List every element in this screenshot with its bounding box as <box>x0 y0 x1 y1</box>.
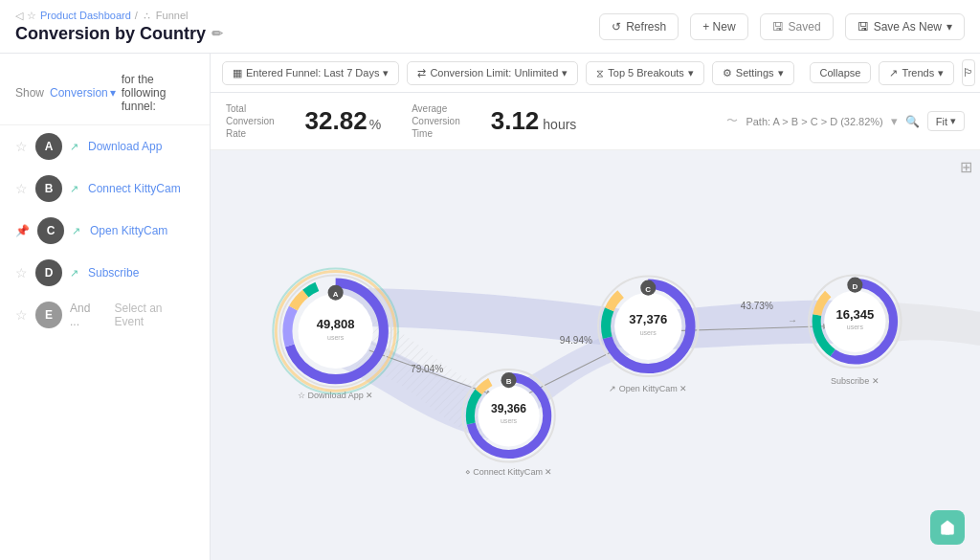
svg-text:C: C <box>645 285 651 294</box>
show-value[interactable]: Conversion ▾ <box>50 86 116 100</box>
chevron-down-icon: ▾ <box>562 67 568 79</box>
refresh-icon: ↺ <box>612 20 621 34</box>
svg-text:A: A <box>333 290 339 299</box>
step-item-b[interactable]: ☆ B ↗ Connect KittyCam <box>0 168 210 210</box>
save-as-new-button[interactable]: 🖫 Save As New ▾ <box>845 13 965 40</box>
svg-text:39,366: 39,366 <box>491 402 526 415</box>
step-select-event[interactable]: Select an Event <box>114 302 194 328</box>
path-label: Path: A > B > C > D (32.82%) <box>746 116 882 127</box>
step-name-c: Open KittyCam <box>90 224 167 237</box>
avg-conversion-value: 3.12 <box>491 106 540 136</box>
fit-button[interactable]: Fit ▾ <box>927 111 965 131</box>
breadcrumb-sep: / <box>135 10 138 21</box>
star-icon-e[interactable]: ☆ <box>15 307 28 323</box>
svg-text:→: → <box>788 315 797 325</box>
header-left: ◁ ☆ Product Dashboard / ⛬ Funnel Convers… <box>15 10 223 44</box>
step-item-d[interactable]: ☆ D ↗ Subscribe <box>0 252 210 294</box>
step-item-a[interactable]: ☆ A ↗ Download App <box>0 125 210 168</box>
refresh-button[interactable]: ↺ Refresh <box>599 13 679 40</box>
path-icon: 〜 <box>726 113 738 129</box>
avg-conversion-label: AverageConversionTime <box>412 102 460 140</box>
avg-conversion-time-stat: AverageConversionTime <box>412 102 460 140</box>
step-name-d: Subscribe <box>88 266 139 280</box>
step-item-c[interactable]: 📌 C ↗ Open KittyCam <box>0 210 210 252</box>
collapse-button[interactable]: Collapse <box>810 62 872 83</box>
edit-icon[interactable]: ✏ <box>212 26 223 41</box>
step-and-label: And ... <box>70 302 102 328</box>
star-icon-a[interactable]: ☆ <box>15 139 28 154</box>
breadcrumb-funnel: Funnel <box>156 10 189 21</box>
svg-text:users: users <box>327 334 345 341</box>
svg-text:D: D <box>852 282 858 291</box>
step-circle-d: D <box>35 259 62 286</box>
chevron-down-icon: ▾ <box>110 86 116 100</box>
step-item-e[interactable]: ☆ E And ... Select an Event <box>0 294 210 336</box>
step-circle-e: E <box>35 302 62 328</box>
step-name-a: Download App <box>88 140 162 153</box>
funnel-svg: 79.04% 94.94% 43.73% → <box>211 150 980 560</box>
header-right: ↺ Refresh + New 🖫 Saved 🖫 Save As New ▾ <box>599 13 965 40</box>
toolbar: ▦ Entered Funnel: Last 7 Days ▾ ⇄ Conver… <box>211 54 980 93</box>
svg-text:users: users <box>847 324 864 330</box>
avg-conversion-unit: hours <box>543 117 576 132</box>
funnel-steps-sidebar: Show Conversion ▾ for the following funn… <box>0 54 211 560</box>
grid-icon[interactable]: ⊞ <box>960 158 972 176</box>
trend-icon-c: ↗ <box>72 225 80 237</box>
total-conversion-unit: % <box>369 117 381 132</box>
save-icon: 🖫 <box>772 20 784 34</box>
path-info: 〜 Path: A > B > C > D (32.82%) ▾ 🔍 Fit ▾ <box>726 111 965 131</box>
breadcrumb-product-dashboard[interactable]: Product Dashboard <box>40 10 131 21</box>
svg-text:users: users <box>501 417 518 424</box>
svg-text:49,808: 49,808 <box>317 317 355 331</box>
filter-icon: ⧖ <box>596 67 604 79</box>
chevron-down-icon: ▾ <box>891 114 898 128</box>
main-content: Show Conversion ▾ for the following funn… <box>0 54 980 560</box>
chevron-down-icon: ▾ <box>938 67 944 79</box>
total-conversion-rate-stat: TotalConversionRate <box>226 102 275 140</box>
svg-point-10 <box>298 294 372 369</box>
flag-button[interactable]: 🏳 <box>962 59 975 86</box>
top-breakouts-button[interactable]: ⧖ Top 5 Breakouts ▾ <box>586 61 704 85</box>
for-following-text: for the following funnel: <box>122 73 194 113</box>
fab-button[interactable] <box>930 510 965 545</box>
stats-bar: TotalConversionRate 32.82 % AverageConve… <box>211 93 980 150</box>
svg-text:⋄ Connect KittyCam ✕: ⋄ Connect KittyCam ✕ <box>465 467 553 477</box>
trends-icon: ↗ <box>889 67 898 79</box>
breadcrumb: ◁ ☆ Product Dashboard / ⛬ Funnel <box>15 10 223 22</box>
entered-funnel-button[interactable]: ▦ Entered Funnel: Last 7 Days ▾ <box>222 61 399 85</box>
pin-icon-c[interactable]: 📌 <box>15 224 30 237</box>
new-button[interactable]: + New <box>690 13 747 40</box>
swap-icon: ⇄ <box>417 67 426 79</box>
settings-button[interactable]: ⚙ Settings ▾ <box>712 61 794 85</box>
magnifier-icon: 🔍 <box>905 115 920 128</box>
conv-label-bc: 94.94% <box>560 335 592 346</box>
svg-text:users: users <box>640 329 657 336</box>
step-name-b: Connect KittyCam <box>88 182 181 195</box>
star-icon-d[interactable]: ☆ <box>15 265 28 280</box>
svg-text:Subscribe ✕: Subscribe ✕ <box>831 376 880 386</box>
gear-icon: ⚙ <box>723 67 732 79</box>
trend-icon-d: ↗ <box>70 267 78 280</box>
back-icon: ◁ <box>15 10 23 22</box>
funnel-visualization: 79.04% 94.94% 43.73% → <box>211 150 980 560</box>
conversion-limit-button[interactable]: ⇄ Conversion Limit: Unlimited ▾ <box>407 61 578 85</box>
svg-text:16,345: 16,345 <box>835 307 874 322</box>
chevron-down-icon: ▾ <box>950 115 956 127</box>
total-conversion-value-group: 32.82 % <box>305 106 382 136</box>
calendar-icon: ▦ <box>233 67 242 79</box>
header: ◁ ☆ Product Dashboard / ⛬ Funnel Convers… <box>0 0 980 54</box>
chevron-down-icon: ▾ <box>383 67 389 79</box>
trends-button[interactable]: ↗ Trends ▾ <box>879 61 954 85</box>
step-circle-a: A <box>35 133 62 160</box>
svg-text:↗ Open KittyCam ✕: ↗ Open KittyCam ✕ <box>609 384 687 393</box>
star-icon-b[interactable]: ☆ <box>15 181 28 196</box>
chevron-down-icon: ▾ <box>688 67 694 79</box>
conv-label-cd: 43.73% <box>741 301 773 311</box>
saved-button[interactable]: 🖫 Saved <box>760 13 834 40</box>
total-conversion-label: TotalConversionRate <box>226 102 275 140</box>
svg-text:B: B <box>506 377 512 386</box>
step-circle-b: B <box>35 175 62 202</box>
conv-label-ab: 79.04% <box>411 364 443 374</box>
fab-icon <box>939 519 956 536</box>
trend-icon-a: ↗ <box>70 141 78 153</box>
